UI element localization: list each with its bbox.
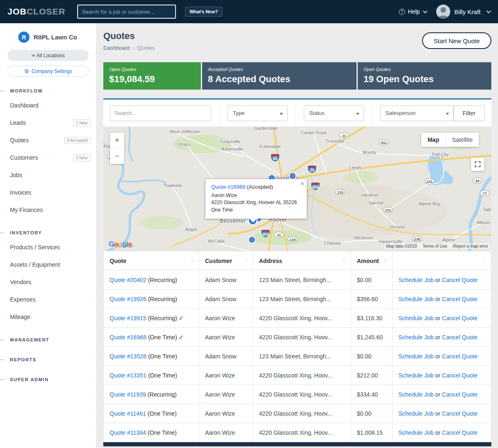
sort-icon[interactable]: ↑↓ [190,258,193,263]
quote-link[interactable]: Quote #11461 [110,410,146,417]
schedule-job-link[interactable]: Schedule Job [398,372,434,379]
quotes-search-input[interactable] [110,105,211,121]
user-name[interactable]: Billy Kraft [454,8,481,15]
quote-link[interactable]: Quote #11384 [110,429,146,436]
sidebar-nav: WORKFLOW Dashboard Leads1 New Quotes8 Ac… [0,85,96,385]
company-settings-label: Company Settings [32,68,72,74]
header-amount[interactable]: Amount↑↓ [351,251,393,270]
quotes-table: Quote↑↓ Customer↑↓ Address↑↓ Amount↑↓ ↑↓… [103,251,491,442]
header-address[interactable]: Address↑↓ [253,251,351,270]
cancel-quote-link[interactable]: Cancel Quote [442,277,478,283]
schedule-job-link[interactable]: Schedule Job [398,391,434,398]
sidebar-item-jobs[interactable]: Jobs [0,166,96,184]
fullscreen-button[interactable] [471,158,484,171]
cancel-quote-link[interactable]: Cancel Quote [442,353,478,360]
header-actions[interactable]: ↑↓ [393,251,491,270]
or-text: or [435,429,440,436]
quote-link[interactable]: Quote #13351 [110,372,146,379]
type-select-value: Type [233,110,244,116]
quote-link[interactable]: Quote #16968 [110,334,146,341]
company-settings-button[interactable]: ⚙ Company Settings [7,66,89,77]
all-locations-dropdown[interactable]: All Locations [7,50,89,61]
header-customer[interactable]: Customer↑↓ [199,251,253,270]
nav-label: Jobs [10,172,22,178]
sort-icon[interactable]: ↑↓ [244,258,247,263]
schedule-job-link[interactable]: Schedule Job [398,429,434,436]
actions-cell: Schedule Job or Cancel Quote [393,366,491,385]
sidebar-item-dashboard[interactable]: Dashboard [0,97,96,114]
quote-link[interactable]: Quote #19926 [110,296,146,302]
schedule-job-link[interactable]: Schedule Job [398,277,434,283]
sidebar-item-products-services[interactable]: Products / Services [0,239,96,256]
schedule-job-link[interactable]: Schedule Job [398,353,434,360]
section-header-reports[interactable]: REPORTS [0,354,96,365]
zoom-in-button[interactable]: + [110,133,124,148]
salesperson-select[interactable]: Salesperson [380,105,454,121]
map-marker[interactable] [249,237,255,243]
info-quote-link[interactable]: Quote #16968 [211,184,245,190]
cancel-quote-link[interactable]: Cancel Quote [442,296,478,302]
map-type-satellite-button[interactable]: Satellite [446,133,479,147]
google-logo[interactable]: Google [109,240,132,248]
quote-link[interactable]: Quote #11939 [110,391,146,398]
section-header-super-admin[interactable]: SUPER ADMIN [0,374,96,385]
schedule-job-link[interactable]: Schedule Job [398,315,434,321]
map-marker[interactable] [290,173,295,179]
user-avatar[interactable] [436,5,450,19]
cancel-quote-link[interactable]: Cancel Quote [442,372,478,379]
route-shield: 235 [412,236,422,242]
cancel-quote-link[interactable]: Cancel Quote [442,334,478,341]
schedule-job-link[interactable]: Schedule Job [398,410,434,417]
map[interactable]: Gardendale West Jefferson Praco Graysvil… [103,127,491,251]
sidebar-item-quotes[interactable]: Quotes8 Accepted [0,131,96,149]
sidebar-item-vendors[interactable]: Vendors [0,273,96,291]
status-select[interactable]: Status [304,105,364,121]
sort-icon[interactable]: ↑↓ [384,258,386,263]
breadcrumb-dashboard[interactable]: Dashboard [103,45,130,51]
sort-icon[interactable]: ↑↓ [483,258,485,263]
or-text: or [435,391,440,398]
sort-icon[interactable]: ↑↓ [342,258,345,263]
route-shield: 411 [379,139,389,146]
chevron-down-icon[interactable] [486,9,491,13]
cancel-quote-link[interactable]: Cancel Quote [442,315,478,321]
sidebar-item-customers[interactable]: Customers3 New [0,149,96,166]
stat-value: 19 Open Quotes [364,74,486,85]
whats-new-button[interactable]: What's New? [185,7,222,17]
header-label: Quote [110,258,126,264]
cancel-quote-link[interactable]: Cancel Quote [442,429,478,436]
sidebar-item-leads[interactable]: Leads1 New [0,114,96,131]
quote-link[interactable]: Quote #19915 [110,315,146,321]
header-quote[interactable]: Quote↑↓ [104,251,199,270]
quote-link[interactable]: Quote #20402 [110,277,146,283]
cancel-quote-link[interactable]: Cancel Quote [442,391,478,398]
global-search-input[interactable] [77,5,176,19]
sidebar-item-mileage[interactable]: Mileage [0,308,96,326]
actions-cell: Schedule Job or Cancel Quote [393,385,491,404]
map-type-map-button[interactable]: Map [421,133,445,147]
sidebar-item-my-finances[interactable]: My Finances [0,201,96,219]
zoom-control: + − [110,133,124,164]
help-menu[interactable]: ? Help [399,8,426,15]
terms-of-use-link[interactable]: Terms of Use [423,244,447,248]
top-navbar: JOBCLOSER What's New? ? Help Billy Kraft [0,0,498,23]
type-select[interactable]: Type [227,105,288,121]
section-header-inventory: INVENTORY [0,227,96,239]
sidebar-item-invoices[interactable]: Invoices [0,184,96,201]
quote-link[interactable]: Quote #13528 [110,353,146,360]
route-shield: 77 [480,190,490,197]
help-icon: ? [399,9,405,15]
cancel-quote-link[interactable]: Cancel Quote [442,410,478,417]
start-new-quote-button[interactable]: Start New Quote [422,32,491,49]
map-attribution: Map data ©2019 Terms of Use Report a map… [385,243,490,249]
schedule-job-link[interactable]: Schedule Job [398,334,434,341]
sidebar-item-assets-equipment[interactable]: Assets / Equipment [0,256,96,273]
sidebar-item-expenses[interactable]: Expenses [0,291,96,308]
report-map-error-link[interactable]: Report a map error [453,244,488,248]
close-icon[interactable]: × [300,180,304,187]
app-logo[interactable]: JOBCLOSER [7,7,66,17]
zoom-out-button[interactable]: − [110,149,124,164]
section-header-management[interactable]: MANAGEMENT [0,334,96,346]
filter-button[interactable]: Filter [454,105,485,121]
schedule-job-link[interactable]: Schedule Job [398,296,434,302]
